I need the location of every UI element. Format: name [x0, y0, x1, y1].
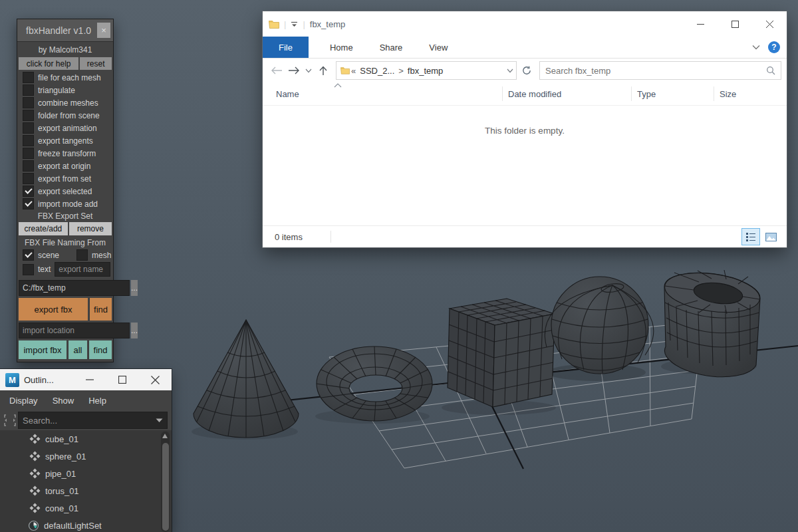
- search-dropdown-chevron-icon[interactable]: [156, 418, 163, 423]
- help-button[interactable]: ?: [768, 41, 780, 53]
- search-placeholder: Search fbx_temp: [545, 66, 610, 76]
- create-add-button[interactable]: create/add: [19, 222, 68, 235]
- export-name-input[interactable]: [55, 262, 110, 277]
- checkbox-freeze-transform[interactable]: [23, 148, 34, 159]
- maximize-icon[interactable]: [118, 376, 126, 384]
- tab-home[interactable]: Home: [317, 37, 366, 58]
- import-find-button[interactable]: find: [88, 340, 112, 359]
- up-button[interactable]: [315, 66, 332, 76]
- menu-display[interactable]: Display: [9, 396, 38, 406]
- thumbnail-view-button[interactable]: [761, 228, 780, 245]
- checkbox-export-selected[interactable]: [23, 186, 34, 197]
- checkbox-mesh[interactable]: [76, 249, 88, 261]
- search-icon: [766, 66, 775, 75]
- scrollbar-thumb[interactable]: [162, 443, 169, 531]
- scene-label: scene: [38, 251, 59, 260]
- checkbox-scene[interactable]: [23, 249, 34, 261]
- outliner-item-torus[interactable]: torus_01: [0, 482, 172, 499]
- export-fbx-button[interactable]: export fbx: [19, 298, 88, 321]
- import-browse-button[interactable]: ...: [131, 323, 138, 338]
- close-button[interactable]: ×: [97, 23, 110, 38]
- outliner-item-cone[interactable]: cone_01: [0, 499, 172, 517]
- maximize-icon: [732, 21, 739, 28]
- checkbox-export-tangents[interactable]: [23, 135, 34, 146]
- sphere-mesh[interactable]: [545, 277, 653, 374]
- outliner-item-sphere[interactable]: sphere_01: [0, 448, 172, 465]
- outliner-search-input[interactable]: Search...: [18, 412, 168, 429]
- export-path-input[interactable]: [19, 280, 130, 296]
- outliner-titlebar[interactable]: M Outlin...: [0, 369, 172, 390]
- checkbox-export-from-set[interactable]: [23, 173, 34, 184]
- pipe-mesh[interactable]: [662, 267, 762, 376]
- quick-access-toolbar-icon[interactable]: [291, 21, 298, 27]
- checkbox-label: export selected: [38, 187, 92, 196]
- address-dropdown-chevron-icon[interactable]: [507, 68, 513, 73]
- column-header-date-modified[interactable]: Date modified: [502, 86, 631, 101]
- fbx-handler-titlebar[interactable]: fbxHandler v1.0 ×: [17, 19, 113, 42]
- checkbox-import-mode-add[interactable]: [23, 198, 34, 209]
- minimize-button[interactable]: [683, 11, 718, 37]
- minimize-icon[interactable]: [86, 376, 94, 384]
- back-button[interactable]: [268, 66, 285, 74]
- export-browse-button[interactable]: ...: [131, 280, 138, 296]
- recent-locations-button[interactable]: [303, 68, 315, 73]
- outliner-item-cube[interactable]: cube_01: [0, 430, 172, 448]
- checkbox-triangulate[interactable]: [23, 84, 34, 96]
- export-find-button[interactable]: find: [89, 298, 112, 321]
- address-toolbar: « SSD_2... > fbx_temp Search fbx_temp: [263, 59, 787, 82]
- menu-help[interactable]: Help: [88, 396, 106, 406]
- forward-button[interactable]: [285, 66, 303, 74]
- breadcrumb-drive[interactable]: SSD_2...: [360, 66, 394, 76]
- checkbox-export-animation[interactable]: [23, 122, 34, 134]
- tab-file[interactable]: File: [263, 37, 309, 58]
- maya-logo-icon: M: [5, 373, 19, 387]
- outliner-item-default-light-set[interactable]: defaultLightSet: [0, 517, 172, 532]
- breadcrumb-folder[interactable]: fbx_temp: [408, 66, 443, 76]
- help-icon: ?: [771, 43, 776, 52]
- close-icon[interactable]: [151, 376, 160, 384]
- menu-show[interactable]: Show: [53, 396, 74, 406]
- window-title: Outlin...: [24, 375, 54, 385]
- outliner-scrollbar[interactable]: [161, 432, 170, 532]
- close-button[interactable]: [752, 11, 787, 37]
- tab-share[interactable]: Share: [366, 37, 416, 58]
- checkbox-label: freeze transform: [38, 149, 96, 158]
- cube-mesh[interactable]: [448, 299, 555, 407]
- checkbox-label: export from set: [38, 174, 91, 184]
- explorer-titlebar[interactable]: | | fbx_temp: [263, 11, 787, 37]
- checkbox-file-for-each-mesh[interactable]: [23, 72, 34, 83]
- tab-view[interactable]: View: [416, 37, 461, 58]
- filter-icon[interactable]: [2, 412, 18, 428]
- import-fbx-button[interactable]: import fbx: [19, 340, 66, 359]
- checkbox-text[interactable]: [23, 264, 34, 275]
- checkbox-combine-meshes[interactable]: [23, 97, 34, 108]
- refresh-button[interactable]: [518, 62, 535, 79]
- up-arrow-icon: [319, 66, 327, 76]
- import-location-input[interactable]: [19, 323, 130, 338]
- option-row: folder from scene: [19, 109, 112, 122]
- column-header-size[interactable]: Size: [714, 86, 784, 101]
- remove-button[interactable]: remove: [69, 222, 112, 235]
- breadcrumb-ellipsis[interactable]: «: [351, 66, 356, 76]
- breadcrumb-separator[interactable]: >: [398, 66, 404, 76]
- search-box[interactable]: Search fbx_temp: [539, 61, 781, 80]
- byline-label: by Malcolm341: [19, 43, 112, 57]
- maximize-button[interactable]: [718, 11, 752, 37]
- torus-mesh[interactable]: [317, 346, 432, 421]
- import-all-button[interactable]: all: [68, 340, 87, 359]
- minimize-icon: [697, 21, 704, 28]
- address-bar[interactable]: « SSD_2... > fbx_temp: [336, 61, 517, 80]
- checkbox-export-at-origin[interactable]: [23, 160, 34, 172]
- column-header-name[interactable]: Name: [263, 86, 502, 101]
- cone-mesh[interactable]: [194, 320, 299, 438]
- expand-ribbon-chevron-icon[interactable]: [752, 45, 760, 50]
- empty-folder-message: This folder is empty.: [263, 126, 787, 136]
- scroll-up-arrow-icon[interactable]: [162, 434, 168, 438]
- checkbox-folder-from-scene[interactable]: [23, 110, 34, 121]
- details-view-button[interactable]: [741, 228, 760, 245]
- item-label: cube_01: [45, 434, 78, 444]
- column-header-type[interactable]: Type: [631, 86, 714, 101]
- reset-button[interactable]: reset: [80, 57, 112, 70]
- outliner-item-pipe[interactable]: pipe_01: [0, 465, 172, 482]
- click-for-help-button[interactable]: click for help: [19, 57, 78, 70]
